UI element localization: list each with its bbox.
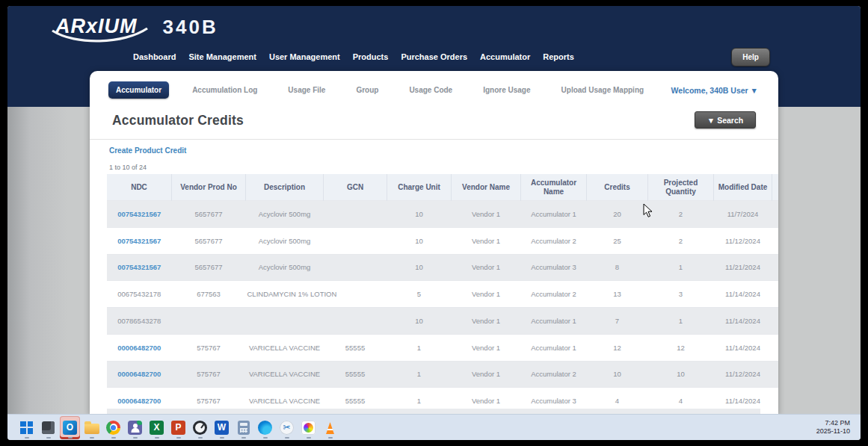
cell-action: EditHistory xyxy=(772,227,779,254)
history-link[interactable]: History xyxy=(774,320,779,329)
windows-start-taskbar-button[interactable] xyxy=(16,416,37,439)
nav-item-dashboard[interactable]: Dashboard xyxy=(133,52,176,61)
excel-icon: X xyxy=(150,421,164,435)
cell-charge-unit: 10 xyxy=(387,227,452,254)
running-indicator xyxy=(68,437,73,439)
edit-link[interactable]: Edit xyxy=(774,338,779,347)
running-indicator xyxy=(111,437,116,439)
edit-link[interactable]: Edit xyxy=(774,232,779,241)
history-link[interactable]: History xyxy=(774,374,779,383)
word-icon: W xyxy=(215,421,229,435)
user-menu[interactable]: Welcome, 340B User ▼ xyxy=(671,86,758,95)
word-taskbar-button[interactable]: W xyxy=(212,416,232,439)
cell-modified-date: 11/14/2024 xyxy=(714,308,772,335)
edit-link[interactable]: Edit xyxy=(774,205,779,214)
cell-accumulator-name: Accumulator 2 xyxy=(521,361,587,388)
cell-vendor-prod-no: 5657677 xyxy=(172,201,246,228)
nav-item-reports[interactable]: Reports xyxy=(543,52,574,61)
running-indicator xyxy=(220,437,224,439)
edit-link[interactable]: Edit xyxy=(774,312,779,320)
snipping-tool-taskbar-button[interactable]: ✂ xyxy=(277,416,297,439)
ndc-link[interactable]: 00006482700 xyxy=(117,344,161,352)
running-indicator xyxy=(328,437,333,439)
outlook-taskbar-button[interactable]: O xyxy=(60,416,80,439)
history-link[interactable]: History xyxy=(774,347,779,356)
screenshot-root: ARxIUM 340B DashboardSite ManagementUser… xyxy=(0,0,868,446)
history-link[interactable]: History xyxy=(774,241,779,250)
tab-group[interactable]: Group xyxy=(348,81,386,99)
taskbar-clock[interactable]: 7:42 PM 2025-11-10 xyxy=(816,415,850,440)
nav-item-accumulator[interactable]: Accumulator xyxy=(480,52,530,61)
cell-projected-quantity: 1 xyxy=(648,308,714,335)
powerpoint-taskbar-button[interactable]: P xyxy=(168,416,188,439)
vlc-taskbar-button[interactable] xyxy=(320,416,340,439)
edit-link[interactable]: Edit xyxy=(774,258,779,267)
nav-item-products[interactable]: Products xyxy=(353,52,389,61)
outlook-glyph: O xyxy=(67,423,73,432)
help-button[interactable]: Help xyxy=(731,48,770,66)
cell-projected-quantity: 3 xyxy=(648,281,714,308)
history-link[interactable]: History xyxy=(774,401,779,410)
clock-app-taskbar-button[interactable] xyxy=(190,416,210,439)
cell-action: EditHistory xyxy=(772,281,779,308)
calculator-taskbar-button[interactable] xyxy=(233,416,253,439)
cell-projected-quantity: 1 xyxy=(648,254,714,281)
tab-usage-file[interactable]: Usage File xyxy=(280,81,333,99)
cell-description: VARICELLA VACCINE xyxy=(246,334,324,361)
create-product-credit-link[interactable]: Create Product Credit xyxy=(109,146,186,155)
tab-ignore-usage[interactable]: Ignore Usage xyxy=(475,81,538,99)
table-header-row: NDCVendor Prod NoDescriptionGCNCharge Un… xyxy=(107,174,778,201)
file-explorer-taskbar-button[interactable] xyxy=(81,416,102,439)
vlc-icon xyxy=(324,422,336,434)
ndc-link[interactable]: 00754321567 xyxy=(117,263,161,271)
tab-upload-usage-mapping[interactable]: Upload Usage Mapping xyxy=(554,81,652,99)
cell-vendor-name: Vendor 1 xyxy=(452,201,521,228)
edit-link[interactable]: Edit xyxy=(774,365,779,374)
cell-vendor-name: Vendor 1 xyxy=(452,308,521,335)
cell-description: Acyclovir 500mg xyxy=(246,201,324,228)
nav-item-user-management[interactable]: User Management xyxy=(269,52,340,61)
cell-accumulator-name: Accumulator 2 xyxy=(521,281,587,308)
tab-accumulation-log[interactable]: Accumulation Log xyxy=(185,81,265,99)
task-view-taskbar-button[interactable] xyxy=(38,416,58,439)
cell-vendor-name: Vendor 1 xyxy=(452,254,521,281)
excel-taskbar-button[interactable]: X xyxy=(147,416,167,439)
table-row: 007543215675657677Acyclovir 500mg10Vendo… xyxy=(107,201,778,228)
edit-link[interactable]: Edit xyxy=(774,392,779,401)
taskbar-icons: OXPW✂ xyxy=(16,415,340,440)
ndc-link[interactable]: 00006482700 xyxy=(117,370,161,378)
ndc-link[interactable]: 00754321567 xyxy=(117,237,161,245)
tab-accumulator[interactable]: Accumulator xyxy=(108,81,169,99)
edge-taskbar-button[interactable] xyxy=(255,416,275,439)
cell-projected-quantity: 12 xyxy=(648,334,714,361)
cell-gcn: 55555 xyxy=(324,361,387,388)
cell-projected-quantity: 2 xyxy=(648,227,714,254)
nav-item-purchase-orders[interactable]: Purchase Orders xyxy=(401,52,467,61)
history-link[interactable]: History xyxy=(774,294,779,303)
cell-gcn: 55555 xyxy=(324,334,387,361)
search-button[interactable]: ▼ Search xyxy=(695,111,756,128)
chrome-taskbar-button[interactable] xyxy=(103,416,123,439)
column-header-accumulator-name: Accumulator Name xyxy=(521,174,587,201)
cell-accumulator-name: Accumulator 3 xyxy=(521,254,587,281)
table-row: 00006482700575767VARICELLA VACCINE555551… xyxy=(107,334,778,361)
tab-usage-code[interactable]: Usage Code xyxy=(401,81,460,99)
teams-icon xyxy=(128,421,142,435)
calculator-icon xyxy=(238,421,250,435)
ndc-link[interactable]: 00006482700 xyxy=(117,397,161,405)
cell-charge-unit: 10 xyxy=(387,254,452,281)
cell-accumulator-name: Accumulator 1 xyxy=(521,308,587,335)
history-link[interactable]: History xyxy=(774,214,779,223)
cell-description: Acyclovir 500mg xyxy=(246,254,324,281)
history-link[interactable]: History xyxy=(774,267,779,276)
running-indicator xyxy=(176,437,181,439)
edit-link[interactable]: Edit xyxy=(774,285,779,294)
teams-taskbar-button[interactable] xyxy=(125,416,145,439)
word-glyph: W xyxy=(218,423,226,432)
cell-vendor-prod-no: 5657677 xyxy=(172,227,246,254)
nav-item-site-management[interactable]: Site Management xyxy=(188,52,256,61)
cell-gcn xyxy=(324,201,387,228)
ndc-link[interactable]: 00754321567 xyxy=(117,210,161,218)
photos-taskbar-button[interactable] xyxy=(298,416,318,439)
cell-credits: 20 xyxy=(587,201,648,228)
